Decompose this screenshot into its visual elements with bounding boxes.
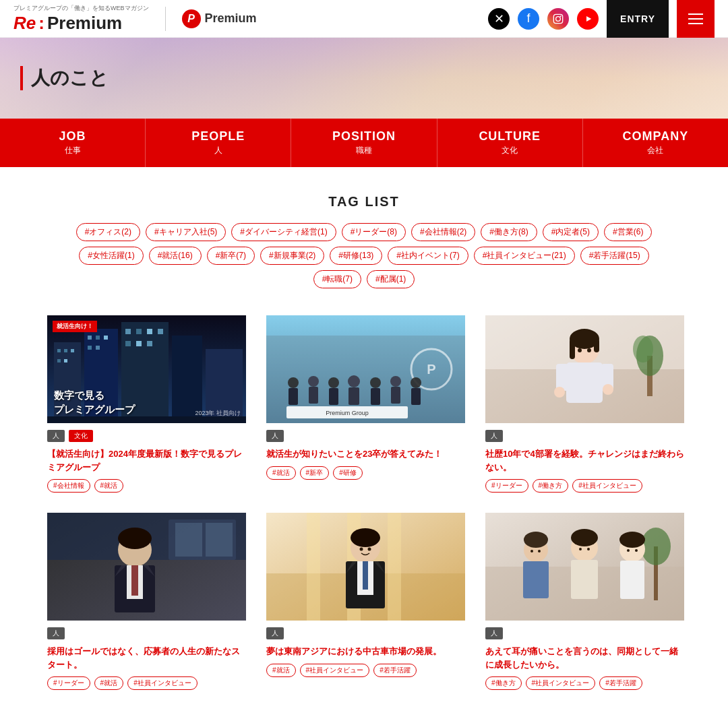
svg-rect-56 [570,339,575,359]
menu-line-2 [688,18,703,20]
tag-newbiz[interactable]: #新規事業(2) [260,247,324,265]
tag-office[interactable]: #オフィス(2) [76,223,140,241]
tag-assignment[interactable]: #配属(1) [367,270,415,288]
article-1-tags: #会社情報 #就活 [47,479,246,493]
tag-leader[interactable]: #リーダー(8) [342,223,406,241]
tag-interview[interactable]: #社員インタビュー(21) [474,247,575,265]
instagram-icon[interactable] [547,8,569,30]
tag-youth[interactable]: #若手活躍(15) [580,247,649,265]
tab-people-ja: 人 [214,145,222,156]
svg-point-64 [587,348,591,352]
tag-sales[interactable]: #営業(6) [604,223,652,241]
header-right: ✕ f ENTRY [488,0,715,38]
youtube-icon[interactable] [577,8,599,30]
tag-3-leader[interactable]: #リーダー [485,479,528,493]
tag-1-company[interactable]: #会社情報 [47,479,90,493]
svg-rect-25 [136,341,142,346]
svg-rect-45 [411,388,421,405]
svg-point-63 [578,348,582,352]
tag-jobhunt[interactable]: #就活(16) [149,247,202,265]
svg-point-61 [554,387,565,398]
article-card-4[interactable]: 人 採用はゴールではなく、応募者の人生の新たなスタート。 #リーダー #就活 #… [47,513,246,690]
article-card-2[interactable]: P [266,315,465,493]
article-4-title: 採用はゴールではなく、応募者の人生の新たなスタート。 [47,645,246,671]
tab-culture[interactable]: CULTURE 文化 [437,119,583,167]
tag-training[interactable]: #研修(13) [330,247,382,265]
logo-main: Re : Premium [13,13,149,34]
tag-5-interview[interactable]: #社員インタビュー [300,664,370,677]
tag-4-jobhunt[interactable]: #就活 [94,676,124,690]
tag-event[interactable]: #社内イベント(7) [388,247,468,265]
tag-diversity[interactable]: #ダイバーシティ経営(1) [231,223,336,241]
category-people-2: 人 [266,430,284,442]
article-card-6[interactable]: 人 あえて耳が痛いことを言うのは、同期として一緒に成長したいから。 #働き方 #… [485,513,684,690]
tab-position[interactable]: POSITION 職種 [291,119,437,167]
tag-career[interactable]: #キャリア入社(5) [146,223,226,241]
svg-point-83 [351,528,380,547]
tab-people-en: PEOPLE [191,129,245,144]
article-image-1: 就活生向け！ 数字で見るプレミアグループ 2023年 社員向け [47,315,246,423]
tab-job[interactable]: JOB 仕事 [0,119,146,167]
article-card-1[interactable]: 就活生向け！ 数字で見るプレミアグループ 2023年 社員向け 人 文化 【就活… [47,315,246,493]
tag-6-interview[interactable]: #社員インタビュー [526,676,596,690]
article-4-categories: 人 [47,627,246,639]
premium-logo: P Premium [182,9,257,28]
tag-workstyle[interactable]: #働き方(8) [481,223,537,241]
tag-1-jobhunt[interactable]: #就活 [94,479,124,493]
tag-4-leader[interactable]: #リーダー [47,676,90,690]
article-1-title: 【就活生向け】2024年度最新版！数字で見るプレミアグループ [47,447,246,474]
tag-intern[interactable]: #内定者(5) [543,223,599,241]
tab-job-en: JOB [59,129,86,144]
tab-people[interactable]: PEOPLE 人 [146,119,291,167]
tag-company-info[interactable]: #会社情報(2) [411,223,475,241]
tag-2-newgrad[interactable]: #新卒 [300,466,330,480]
tab-culture-en: CULTURE [479,129,541,144]
facebook-icon[interactable]: f [518,8,539,30]
svg-point-1 [556,16,561,21]
tag-5-jobhunt[interactable]: #就活 [266,664,296,677]
tag-2-jobhunt[interactable]: #就活 [266,466,296,480]
entry-button[interactable]: ENTRY [607,0,669,38]
hero-title: 人のこと [31,65,109,91]
article-4-tags: #リーダー #就活 #社員インタビュー [47,676,246,690]
article-card-5[interactable]: 人 夢は東南アジアにおける中古車市場の発展。 #就活 #社員インタビュー #若手… [266,513,465,690]
tag-6-work[interactable]: #働き方 [485,676,522,690]
tag-4-interview[interactable]: #社員インタビュー [127,676,198,690]
article-image-5 [266,513,465,621]
tab-company[interactable]: COMPANY 会社 [583,119,728,167]
tag-2-training[interactable]: #研修 [333,466,363,480]
tag-transfer[interactable]: #転職(7) [313,270,361,288]
svg-point-32 [288,377,299,388]
svg-rect-103 [620,561,644,599]
tag-newgrad[interactable]: #新卒(7) [207,247,255,265]
article-5-title: 夢は東南アジアにおける中古車市場の発展。 [266,645,465,658]
logo-area: プレミアグループの「働き」を知るWEBマガジン Re : Premium [13,4,149,34]
tag-5-youth[interactable]: #若手活躍 [373,664,417,677]
main-content: TAG LIST #オフィス(2) #キャリア入社(5) #ダイバーシティ経営(… [0,167,728,727]
tab-position-en: POSITION [332,129,396,144]
header-left: プレミアグループの「働き」を知るWEBマガジン Re : Premium P P… [13,4,257,34]
menu-button[interactable] [677,0,715,38]
tag-3-interview[interactable]: #社員インタビュー [572,479,642,493]
svg-rect-97 [523,561,549,598]
tag-women[interactable]: #女性活躍(1) [79,247,143,265]
articles-grid: 就活生向け！ 数字で見るプレミアグループ 2023年 社員向け 人 文化 【就活… [47,315,681,690]
logo-divider [165,7,166,31]
article-image-6 [485,513,684,621]
menu-line-3 [688,23,703,24]
twitter-icon[interactable]: ✕ [488,8,510,30]
tag-3-work[interactable]: #働き方 [533,479,569,493]
article-2-tags: #就活 #新卒 #研修 [266,466,465,480]
svg-point-108 [627,549,630,552]
article-2-title: 就活生が知りたいことを23卒が答えてみた！ [266,447,465,461]
svg-rect-100 [571,560,598,599]
svg-point-90 [368,548,371,551]
tag-6-youth[interactable]: #若手活躍 [599,676,642,690]
svg-rect-35 [309,387,318,404]
article-card-3[interactable]: 人 社歴10年で4部署を経験。チャレンジはまだ終わらない。 #リーダー #働き方… [485,315,684,493]
article-3-title: 社歴10年で4部署を経験。チャレンジはまだ終わらない。 [485,447,684,474]
svg-point-106 [579,548,582,550]
logo-tagline: プレミアグループの「働き」を知るWEBマガジン [13,4,149,13]
svg-rect-41 [371,388,380,405]
tab-company-ja: 会社 [647,145,663,156]
